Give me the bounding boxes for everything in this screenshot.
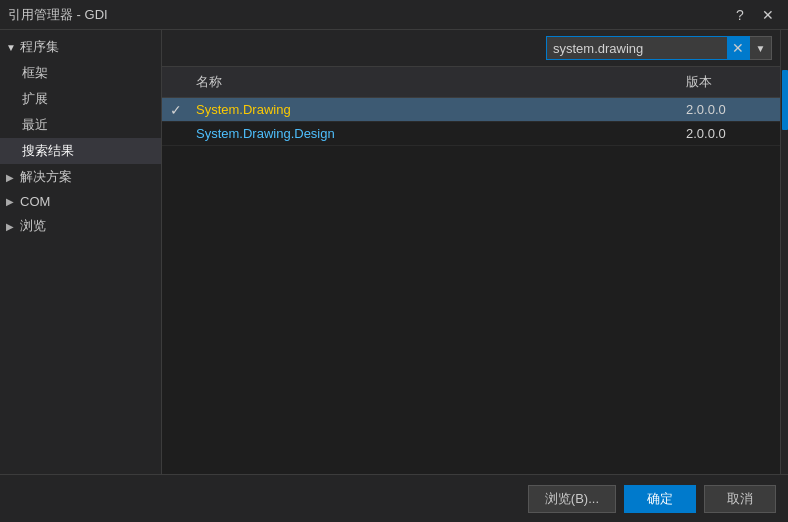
solution-arrow: ▶ bbox=[6, 172, 20, 183]
title-bar-title: 引用管理器 - GDI bbox=[8, 6, 108, 24]
search-bar: ✕ ▼ bbox=[162, 30, 780, 67]
assemblies-label: 程序集 bbox=[20, 38, 59, 56]
cancel-button[interactable]: 取消 bbox=[704, 485, 776, 513]
ok-button[interactable]: 确定 bbox=[624, 485, 696, 513]
row-checkbox-1[interactable]: ✓ bbox=[162, 102, 190, 118]
right-panel-bar bbox=[782, 70, 788, 130]
row-name-1: System.Drawing bbox=[190, 98, 680, 121]
col-version-header: 版本 bbox=[680, 71, 780, 93]
title-bar: 引用管理器 - GDI ? ✕ bbox=[0, 0, 788, 30]
row-name-2: System.Drawing.Design bbox=[190, 122, 680, 145]
content-area: ✕ ▼ 名称 版本 ✓ System.Drawing 2.0.0.0 bbox=[162, 30, 780, 474]
row-version-2: 2.0.0.0 bbox=[680, 122, 780, 145]
table-row[interactable]: System.Drawing.Design 2.0.0.0 bbox=[162, 122, 780, 146]
sidebar-section-assemblies[interactable]: ▼ 程序集 bbox=[0, 34, 161, 60]
reference-table: 名称 版本 ✓ System.Drawing 2.0.0.0 System.Dr… bbox=[162, 67, 780, 474]
extensions-label: 扩展 bbox=[22, 91, 48, 106]
right-panel bbox=[780, 30, 788, 474]
search-input[interactable] bbox=[547, 41, 727, 56]
col-name-header: 名称 bbox=[190, 71, 680, 93]
title-text: 引用管理器 - GDI bbox=[8, 6, 108, 24]
sidebar-item-search-results[interactable]: 搜索结果 bbox=[0, 138, 161, 164]
table-row[interactable]: ✓ System.Drawing 2.0.0.0 bbox=[162, 98, 780, 122]
framework-label: 框架 bbox=[22, 65, 48, 80]
table-header: 名称 版本 bbox=[162, 67, 780, 98]
assemblies-arrow: ▼ bbox=[6, 42, 20, 53]
sidebar-item-extensions[interactable]: 扩展 bbox=[0, 86, 161, 112]
sidebar-section-solution[interactable]: ▶ 解决方案 bbox=[0, 164, 161, 190]
main-layout: ▼ 程序集 框架 扩展 最近 搜索结果 ▶ 解决方案 ▶ COM ▶ 浏览 bbox=[0, 30, 788, 474]
sidebar-item-recent[interactable]: 最近 bbox=[0, 112, 161, 138]
sidebar-section-com[interactable]: ▶ COM bbox=[0, 190, 161, 213]
search-results-label: 搜索结果 bbox=[22, 143, 74, 158]
browse-label: 浏览 bbox=[20, 217, 46, 235]
checkmark-icon: ✓ bbox=[170, 102, 182, 118]
browse-button[interactable]: 浏览(B)... bbox=[528, 485, 616, 513]
bottom-bar: 浏览(B)... 确定 取消 bbox=[0, 474, 788, 522]
recent-label: 最近 bbox=[22, 117, 48, 132]
close-button[interactable]: ✕ bbox=[756, 4, 780, 26]
search-clear-button[interactable]: ✕ bbox=[727, 37, 749, 59]
solution-label: 解决方案 bbox=[20, 168, 72, 186]
com-label: COM bbox=[20, 194, 50, 209]
sidebar-section-browse[interactable]: ▶ 浏览 bbox=[0, 213, 161, 239]
sidebar: ▼ 程序集 框架 扩展 最近 搜索结果 ▶ 解决方案 ▶ COM ▶ 浏览 bbox=[0, 30, 162, 474]
browse-arrow: ▶ bbox=[6, 221, 20, 232]
sidebar-item-framework[interactable]: 框架 bbox=[0, 60, 161, 86]
search-dropdown-button[interactable]: ▼ bbox=[750, 36, 772, 60]
search-input-wrap: ✕ bbox=[546, 36, 750, 60]
title-bar-controls: ? ✕ bbox=[728, 4, 780, 26]
help-button[interactable]: ? bbox=[728, 4, 752, 26]
col-check-header bbox=[162, 71, 190, 93]
com-arrow: ▶ bbox=[6, 196, 20, 207]
row-version-1: 2.0.0.0 bbox=[680, 98, 780, 121]
